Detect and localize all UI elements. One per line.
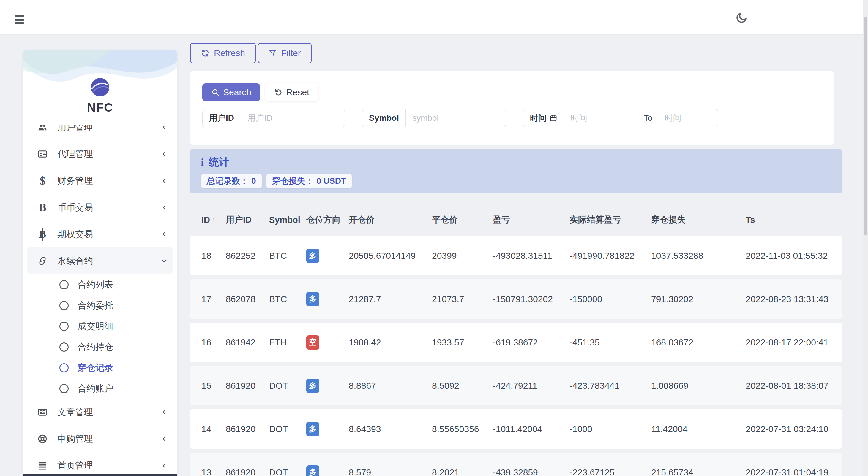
column-header-id[interactable]: ID↑ <box>202 215 226 225</box>
filter-button[interactable]: Filter <box>258 43 312 63</box>
column-header-3: 仓位方向 <box>306 214 349 226</box>
sidebar-item-perpetual[interactable]: 永续合约 <box>27 247 174 274</box>
open-price-cell: 8.64393 <box>349 424 432 434</box>
position-side-cell: 多 <box>306 422 349 436</box>
sidebar-menu: 用户管理代理管理$财务管理B币币交易B期权交易永续合约合约列表合约委托成交明细合… <box>23 125 177 474</box>
toolbar: Refresh Filter <box>190 43 842 63</box>
symbol-cell: DOT <box>269 424 306 434</box>
settled-pnl-cell: -150000 <box>569 294 651 304</box>
submenu-item-label: 合约委托 <box>78 299 113 312</box>
radio-circle-icon <box>59 384 69 393</box>
position-side-cell: 多 <box>306 465 349 476</box>
submenu-item-label: 合约持仓 <box>78 341 113 353</box>
loss-cell: 791.30202 <box>651 294 746 304</box>
time-range-field-group: 时间 To <box>523 109 718 127</box>
user-id-cell: 861920 <box>226 424 269 434</box>
reset-icon <box>274 88 282 97</box>
refresh-icon <box>201 49 210 58</box>
id-cell: 17 <box>202 294 226 304</box>
submenu-item-contract-accounts[interactable]: 合约账户 <box>27 378 174 399</box>
ts-cell: 2022-07-31 03:24:10 <box>746 424 842 434</box>
table-row: 16861942ETH空1908.421933.57-619.38672-451… <box>190 322 842 362</box>
user-id-input[interactable] <box>241 109 345 127</box>
table-row: 17862078BTC多21287.721073.7-150791.30202-… <box>190 279 842 319</box>
open-price-cell: 1908.42 <box>349 337 432 347</box>
filter-panel: Search Reset 用户ID Symbol <box>190 71 834 144</box>
table-row: 15861920DOT多8.88678.5092-424.79211-423.7… <box>190 366 842 405</box>
sidebar-item-agents[interactable]: 代理管理 <box>27 141 174 167</box>
radio-circle-icon <box>59 342 69 352</box>
pnl-cell: -439.32859 <box>493 467 569 476</box>
symbol-cell: DOT <box>269 467 306 476</box>
column-header-6: 盈亏 <box>493 214 569 226</box>
radio-circle-icon <box>59 322 69 331</box>
bitcoin-icon: B <box>36 202 49 213</box>
sidebar-toggle-button[interactable] <box>14 15 25 26</box>
sidebar-item-label: 申购管理 <box>57 433 160 445</box>
chevron-left-icon <box>160 462 168 470</box>
brand-logo <box>91 78 110 97</box>
position-side-cell: 多 <box>306 249 349 263</box>
time-range-to-label: To <box>638 109 658 127</box>
submenu-item-label: 成交明细 <box>78 320 113 332</box>
sidebar-item-finance[interactable]: $财务管理 <box>27 167 174 194</box>
submenu-item-label: 合约账户 <box>78 382 113 395</box>
page-scrollbar-thumb[interactable] <box>864 17 867 235</box>
sidebar-item-label: 期权交易 <box>57 228 160 240</box>
reset-button[interactable]: Reset <box>265 83 318 101</box>
long-badge: 多 <box>306 422 319 436</box>
ts-cell: 2022-11-03 01:55:32 <box>746 251 842 261</box>
long-badge: 多 <box>306 292 319 306</box>
stats-title: i 统计 <box>201 155 842 169</box>
time-from-input[interactable] <box>564 109 638 127</box>
symbol-cell: BTC <box>269 294 306 304</box>
submenu-item-contract-orders[interactable]: 合约委托 <box>27 295 174 316</box>
table-row: 14861920DOT多8.643938.55650356-1011.42004… <box>190 409 842 449</box>
info-icon: i <box>201 156 204 169</box>
liquidation-loss-badge: 穿仓损失： 0 USDT <box>266 174 352 188</box>
newspaper-icon <box>36 407 49 417</box>
search-button[interactable]: Search <box>202 83 260 101</box>
submenu-item-label: 穿仓记录 <box>78 362 113 374</box>
long-badge: 多 <box>306 465 319 476</box>
short-badge: 空 <box>306 335 319 349</box>
close-price-cell: 8.55650356 <box>432 424 493 434</box>
close-price-cell: 20399 <box>432 251 493 261</box>
sidebar: NFC 用户管理代理管理$财务管理B币币交易B期权交易永续合约合约列表合约委托成… <box>23 50 177 476</box>
submenu-item-contract-list[interactable]: 合约列表 <box>27 274 174 295</box>
sidebar-item-homepage[interactable]: 首页管理 <box>27 452 174 474</box>
user-id-cell: 862252 <box>226 251 269 261</box>
settled-pnl-cell: -491990.781822 <box>569 251 651 261</box>
submenu-item-contract-positions[interactable]: 合约持仓 <box>27 337 174 357</box>
sidebar-item-spot[interactable]: B币币交易 <box>27 194 174 221</box>
submenu-item-trade-details[interactable]: 成交明细 <box>27 316 174 337</box>
chevron-left-icon <box>160 408 168 416</box>
user-id-cell: 861920 <box>226 381 269 391</box>
page-scrollbar[interactable] <box>863 0 868 476</box>
sidebar-item-options[interactable]: B期权交易 <box>27 221 174 247</box>
symbol-field-label: Symbol <box>363 109 406 127</box>
sidebar-item-subscribe[interactable]: 申购管理 <box>27 426 174 452</box>
hamburger-icon <box>14 15 24 17</box>
time-to-input[interactable] <box>658 109 718 127</box>
ts-cell: 2022-08-17 22:00:41 <box>746 337 842 347</box>
sidebar-item-users[interactable]: 用户管理 <box>27 125 174 141</box>
sidebar-item-articles[interactable]: 文章管理 <box>27 399 174 426</box>
loss-cell: 1.008669 <box>651 381 746 391</box>
chevron-left-icon <box>160 177 168 184</box>
submenu-item-liquidation-records[interactable]: 穿仓记录 <box>27 357 174 378</box>
refresh-button[interactable]: Refresh <box>190 43 256 63</box>
column-header-5: 平仓价 <box>432 214 493 226</box>
pnl-cell: -150791.30202 <box>493 294 569 304</box>
sort-ascending-icon: ↑ <box>212 215 216 225</box>
chevron-down-icon <box>160 257 168 265</box>
id-cell: 14 <box>202 424 226 434</box>
sidebar-item-label: 永续合约 <box>57 255 160 267</box>
id-cell: 13 <box>202 467 226 476</box>
dark-mode-toggle-button[interactable] <box>735 11 749 25</box>
table-body: 18862252BTC多20505.6701414920399-493028.3… <box>190 236 842 476</box>
sidebar-item-label: 文章管理 <box>57 406 160 418</box>
symbol-input[interactable] <box>406 109 505 127</box>
reset-label: Reset <box>286 87 309 97</box>
filter-fields: 用户ID Symbol 时间 To <box>202 109 834 127</box>
